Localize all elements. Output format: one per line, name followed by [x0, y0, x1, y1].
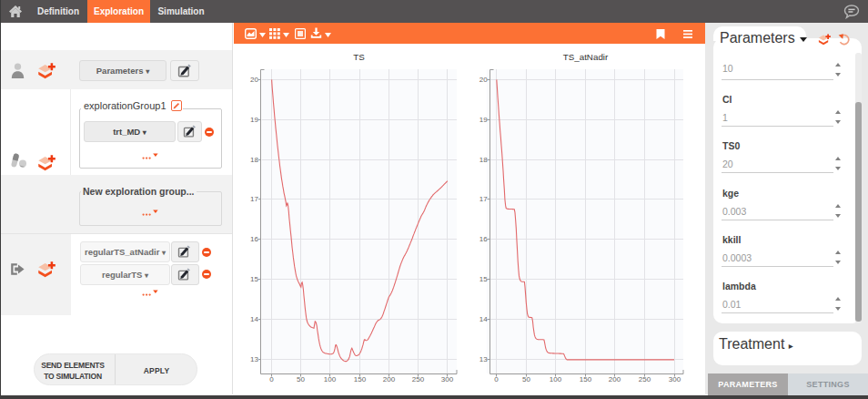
svg-text:17: 17 [479, 195, 488, 203]
svg-text:16: 16 [250, 235, 258, 243]
svg-text:14: 14 [479, 315, 488, 323]
svg-text:20: 20 [250, 76, 258, 84]
svg-text:13: 13 [250, 355, 258, 363]
svg-text:15: 15 [479, 275, 488, 283]
svg-text:TS: TS [353, 52, 365, 62]
svg-text:18: 18 [479, 156, 488, 164]
svg-text:15: 15 [250, 275, 258, 283]
svg-text:14: 14 [250, 315, 258, 323]
svg-text:19: 19 [479, 116, 488, 124]
svg-text:18: 18 [250, 156, 258, 164]
svg-text:17: 17 [250, 195, 258, 203]
svg-text:20: 20 [479, 76, 488, 84]
svg-text:13: 13 [479, 355, 488, 363]
svg-text:TS_atNadir: TS_atNadir [563, 52, 609, 62]
svg-text:16: 16 [479, 235, 488, 243]
svg-text:19: 19 [250, 116, 258, 124]
